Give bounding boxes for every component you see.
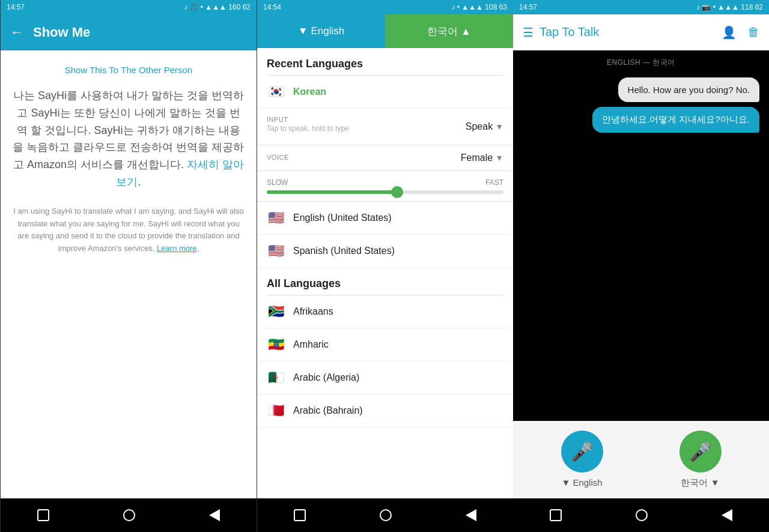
flag-et: 🇪🇹 (267, 337, 285, 352)
voice-settings: VOICE Female ▼ (257, 145, 513, 171)
flag-bh: 🇧🇭 (267, 403, 285, 419)
lang-name-korean: Korean (293, 86, 326, 97)
voice-row: VOICE Female ▼ (267, 153, 503, 163)
input-arrow-icon: ▼ (495, 122, 503, 131)
icons-3: ♪ 📷 • ▲▲▲ 118 62 (696, 3, 763, 11)
back-button[interactable]: ← (10, 25, 23, 40)
mic-icon-blue: 🎤 (571, 441, 593, 462)
flag-dz: 🇩🇿 (267, 370, 285, 385)
lang-name-arabic-algeria: Arabic (Algeria) (293, 372, 359, 383)
header-1: ← Show Me (1, 14, 257, 50)
panel-show-me: 14:57 ♪ 🎵 • ▲▲▲ 160 62 ← Show Me Show Th… (0, 0, 257, 532)
page-title-1: Show Me (33, 25, 90, 40)
nav-recents-icon[interactable] (37, 509, 49, 521)
time-2: 14:54 (263, 3, 281, 11)
nav-home-icon-3[interactable] (636, 509, 648, 521)
lang-pair-label: ENGLISH — 한국어 (513, 50, 769, 73)
slow-label: SLOW (267, 178, 288, 187)
mic-area: 🎤 ▼ English 🎤 한국어 ▼ (513, 421, 769, 498)
mic-korean-label: 한국어 ▼ (681, 477, 719, 489)
nav-back-icon[interactable] (209, 509, 220, 521)
lang-name-english-us: English (United States) (293, 213, 392, 223)
slider-thumb[interactable] (391, 186, 403, 198)
tap-to-talk-title: Tap To Talk (540, 25, 716, 39)
status-bar-1: 14:57 ♪ 🎵 • ▲▲▲ 160 62 (1, 0, 257, 14)
voice-label: VOICE (267, 154, 289, 161)
lang-item-arabic-bahrain[interactable]: 🇧🇭 Arabic (Bahrain) (257, 394, 513, 428)
language-tabs: ▼ English 한국어 ▲ (257, 14, 513, 48)
flag-us-1: 🇺🇸 (267, 210, 285, 226)
korean-text: 나는 SayHi를 사용하여 내가 말하는 것을 번역하고 SayHi는 또한 … (13, 87, 245, 191)
flag-us-2: 🇺🇸 (267, 243, 285, 259)
input-select[interactable]: Speak ▼ (466, 121, 503, 132)
status-bar-3: 14:57 ♪ 📷 • ▲▲▲ 118 62 (513, 0, 769, 14)
bottom-nav-1 (1, 498, 257, 532)
mic-circle-green: 🎤 (679, 431, 722, 473)
input-settings: INPUT Tap to speak, hold to type Speak ▼ (257, 109, 513, 145)
mic-korean-button[interactable]: 🎤 한국어 ▼ (679, 431, 722, 489)
bubble-english: Hello. How are you doing? No. (618, 77, 759, 102)
nav-back-icon-2[interactable] (466, 509, 476, 521)
content-1: Show This To The Other Person 나는 SayHi를 … (1, 50, 257, 498)
voice-select[interactable]: Female ▼ (461, 153, 503, 163)
status-bar-2: 14:54 ♪ • ▲▲▲ 108 63 (257, 0, 513, 14)
bottom-nav-3 (513, 498, 769, 532)
lang-item-arabic-algeria[interactable]: 🇩🇿 Arabic (Algeria) (257, 361, 513, 394)
lang-item-spanish-us[interactable]: 🇺🇸 Spanish (United States) (257, 235, 513, 268)
mic-english-label: ▼ English (561, 477, 602, 488)
english-text: I am using SayHi to translate what I am … (13, 205, 245, 255)
mic-icon-green: 🎤 (689, 441, 711, 462)
trash-icon[interactable]: 🗑 (747, 25, 759, 39)
lang-name-afrikaans: Afrikaans (293, 306, 333, 317)
show-this-link[interactable]: Show This To The Other Person (65, 65, 193, 75)
icons-2: ♪ • ▲▲▲ 108 63 (451, 3, 507, 11)
lang-item-amharic[interactable]: 🇪🇹 Amharic (257, 328, 513, 361)
nav-recents-icon-3[interactable] (550, 509, 562, 521)
learn-more-link[interactable]: Learn more (157, 244, 196, 253)
mic-buttons-row: 🎤 ▼ English 🎤 한국어 ▼ (523, 431, 759, 489)
lang-item-english-us[interactable]: 🇺🇸 English (United States) (257, 202, 513, 235)
voice-arrow-icon: ▼ (495, 153, 503, 163)
speed-slider[interactable] (267, 190, 503, 194)
slider-fill (267, 190, 397, 194)
time-3: 14:57 (519, 3, 537, 11)
lang-name-spanish-us: Spanish (United States) (293, 246, 395, 256)
language-list-content: Recent Languages 🇰🇷 Korean INPUT Tap to … (257, 48, 513, 498)
lang-name-amharic: Amharic (293, 339, 329, 350)
lang-item-korean[interactable]: 🇰🇷 Korean (257, 76, 513, 109)
menu-icon[interactable]: ☰ (523, 25, 533, 40)
mic-circle-blue: 🎤 (561, 431, 603, 473)
time-1: 14:57 (7, 3, 25, 11)
input-label: INPUT (267, 116, 349, 123)
all-languages-title: All Languages (257, 268, 513, 295)
recent-languages-title: Recent Languages (257, 48, 513, 75)
flag-za: 🇿🇦 (267, 304, 285, 319)
input-row: INPUT Tap to speak, hold to type Speak ▼ (267, 116, 503, 138)
fast-label: FAST (485, 178, 503, 187)
panel-tap-to-talk: 14:57 ♪ 📷 • ▲▲▲ 118 62 ☰ Tap To Talk 👤 🗑… (513, 0, 769, 532)
chat-area: Hello. How are you doing? No. 안녕하세요.어떻게 … (513, 73, 769, 421)
header-3: ☰ Tap To Talk 👤 🗑 (513, 14, 769, 50)
bubble-korean: 안녕하세요.어떻게 지내세요?아니요. (592, 107, 759, 133)
nav-home-icon[interactable] (123, 509, 135, 521)
tab-korean[interactable]: 한국어 ▲ (385, 14, 513, 48)
mic-english-button[interactable]: 🎤 ▼ English (561, 431, 603, 489)
nav-back-icon-3[interactable] (722, 509, 732, 521)
slider-labels: SLOW FAST (267, 178, 503, 187)
lang-name-arabic-bahrain: Arabic (Bahrain) (293, 405, 363, 416)
tab-english[interactable]: ▼ English (257, 14, 385, 48)
bottom-nav-2 (257, 498, 513, 532)
nav-home-icon-2[interactable] (380, 509, 392, 521)
icons-1: ♪ 🎵 • ▲▲▲ 160 62 (184, 3, 251, 11)
panel-language-selector: 14:54 ♪ • ▲▲▲ 108 63 ▼ English 한국어 ▲ Rec… (257, 0, 513, 532)
user-icon[interactable]: 👤 (722, 25, 737, 40)
speed-slider-row: SLOW FAST (257, 171, 513, 202)
flag-korean: 🇰🇷 (267, 84, 285, 100)
input-sublabel: Tap to speak, hold to type (267, 124, 349, 133)
nav-recents-icon-2[interactable] (294, 509, 306, 521)
lang-item-afrikaans[interactable]: 🇿🇦 Afrikaans (257, 295, 513, 328)
